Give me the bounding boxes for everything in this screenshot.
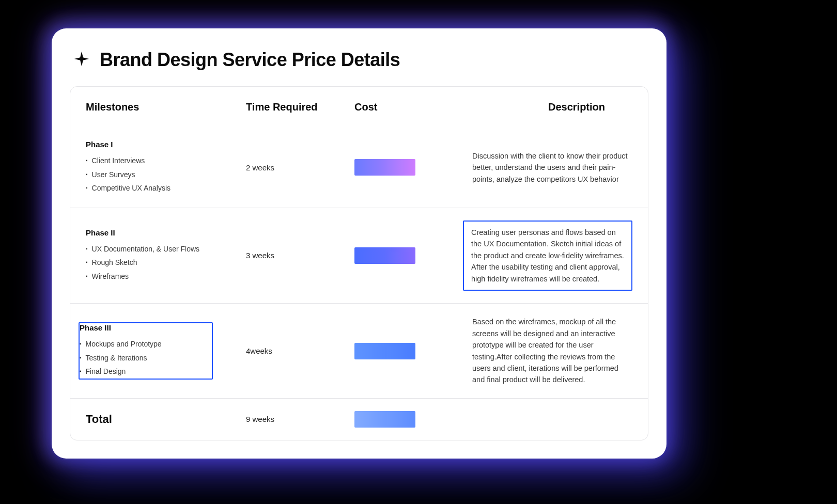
cost-chip — [354, 159, 415, 176]
phase-title: Phase III — [80, 323, 212, 332]
pricing-table: Milestones Time Required Cost Descriptio… — [70, 86, 648, 440]
list-item: Rough Sketch — [86, 256, 241, 270]
time-cell: 4weeks — [246, 346, 349, 355]
list-item: Final Design — [80, 365, 212, 379]
phase-items-list: UX Documentation, & User FlowsRough Sket… — [86, 242, 241, 284]
cost-cell — [354, 343, 458, 359]
page-title: Brand Design Service Price Details — [100, 49, 400, 71]
cost-cell — [354, 247, 458, 264]
phase-items-list: Mockups and PrototypeTesting & Iteration… — [80, 337, 212, 379]
phase-title: Phase II — [86, 228, 241, 237]
table-row: Phase IClient InterviewsUser SurveysComp… — [70, 128, 648, 208]
phase-title: Phase I — [86, 140, 241, 149]
total-label: Total — [86, 413, 241, 426]
total-time: 9 weeks — [246, 415, 349, 423]
list-item: Wireframes — [86, 270, 241, 284]
pricing-card: Brand Design Service Price Details Miles… — [52, 28, 667, 459]
cost-chip — [354, 343, 415, 359]
description-text: Discussion with the client to know their… — [463, 150, 632, 185]
header-cost: Cost — [354, 101, 458, 113]
total-cost-chip — [354, 411, 458, 428]
list-item: UX Documentation, & User Flows — [86, 242, 241, 256]
description-cell: Discussion with the client to know their… — [463, 150, 632, 185]
header-milestones: Milestones — [86, 101, 241, 113]
header-time: Time Required — [246, 101, 349, 113]
list-item: Testing & Iterations — [80, 351, 212, 365]
time-cell: 2 weeks — [246, 163, 349, 172]
list-item: User Surveys — [86, 168, 241, 182]
total-row: Total 9 weeks — [70, 398, 648, 440]
description-cell: Based on the wireframes, mockup of all t… — [463, 316, 632, 386]
title-row: Brand Design Service Price Details — [70, 49, 648, 71]
cost-cell — [354, 159, 458, 176]
milestone-cell: Phase IClient InterviewsUser SurveysComp… — [86, 140, 241, 195]
highlighted-description: Creating user personas and flows based o… — [463, 220, 632, 291]
sparkle-icon — [73, 50, 90, 70]
table-row: Phase IIIMockups and PrototypeTesting & … — [70, 303, 648, 398]
description-cell: Creating user personas and flows based o… — [463, 220, 632, 291]
table-header-row: Milestones Time Required Cost Descriptio… — [70, 87, 648, 128]
milestone-cell: Phase IIIMockups and PrototypeTesting & … — [86, 322, 241, 380]
list-item: Client Interviews — [86, 154, 241, 168]
list-item: Mockups and Prototype — [80, 337, 212, 351]
cost-chip — [354, 247, 415, 264]
highlighted-milestone: Phase IIIMockups and PrototypeTesting & … — [79, 322, 213, 380]
header-description: Description — [463, 101, 632, 113]
time-cell: 3 weeks — [246, 251, 349, 260]
description-text: Based on the wireframes, mockup of all t… — [463, 316, 632, 386]
table-row: Phase IIUX Documentation, & User FlowsRo… — [70, 208, 648, 303]
list-item: Competitive UX Analysis — [86, 181, 241, 195]
milestone-cell: Phase IIUX Documentation, & User FlowsRo… — [86, 228, 241, 284]
phase-items-list: Client InterviewsUser SurveysCompetitive… — [86, 154, 241, 195]
